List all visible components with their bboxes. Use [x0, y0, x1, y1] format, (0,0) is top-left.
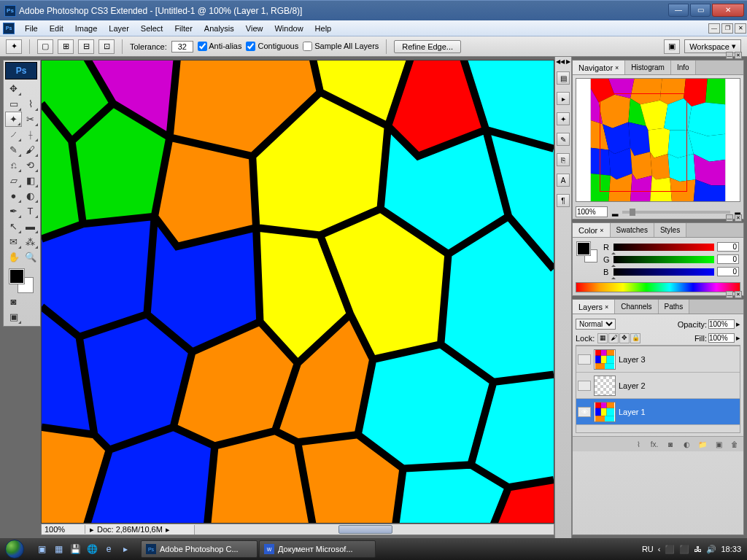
path-tool[interactable]: ↖ — [5, 219, 22, 234]
menu-edit[interactable]: Edit — [44, 22, 69, 35]
ql-icon[interactable]: ▸ — [117, 541, 133, 557]
eyedropper-tool[interactable]: ⁂ — [22, 234, 39, 249]
selection-add-icon[interactable]: ⊞ — [58, 39, 74, 54]
taskbar-app-photoshop[interactable]: PsAdobe Photoshop C... — [141, 540, 258, 558]
selection-subtract-icon[interactable]: ⊟ — [78, 39, 94, 54]
menu-file[interactable]: File — [19, 22, 44, 35]
panel-minimize-icon[interactable]: — — [726, 291, 733, 298]
layer-name[interactable]: Layer 3 — [619, 355, 646, 364]
color-fg-swatch[interactable] — [577, 242, 590, 255]
clock[interactable]: 18:33 — [721, 545, 741, 553]
navigator-zoom-input[interactable] — [576, 206, 608, 217]
g-input[interactable] — [717, 254, 739, 264]
shape-tool[interactable]: ▬ — [22, 219, 39, 234]
tab-info[interactable]: Info — [671, 61, 696, 74]
color-swatch-pair[interactable] — [577, 242, 597, 262]
lock-image-icon[interactable]: 🖌 — [608, 333, 619, 343]
layer-thumbnail[interactable] — [594, 376, 616, 396]
history-brush-tool[interactable]: ⟲ — [22, 158, 39, 173]
magic-wand-preset-icon[interactable]: ✦ — [6, 39, 22, 54]
stamp-tool[interactable]: ⎌ — [5, 158, 22, 173]
fill-arrow-icon[interactable]: ▸ — [736, 333, 740, 343]
layer-style-icon[interactable]: fx. — [649, 439, 660, 449]
panel-close-icon[interactable]: ✕ — [735, 291, 742, 298]
go-to-bridge-icon[interactable]: ▣ — [664, 39, 680, 54]
healing-tool[interactable]: ✎ — [5, 142, 22, 158]
menu-image[interactable]: Image — [69, 22, 104, 35]
layer-row[interactable]: Layer 2 — [576, 373, 740, 399]
lock-all-icon[interactable]: 🔒 — [630, 333, 640, 343]
menu-analysis[interactable]: Analysis — [198, 22, 240, 35]
color-swatches[interactable] — [5, 268, 37, 294]
layer-mask-icon[interactable]: ◙ — [665, 439, 676, 449]
panel-minimize-icon[interactable]: — — [726, 214, 733, 222]
layer-name[interactable]: Layer 2 — [619, 381, 646, 390]
zoom-display[interactable]: 100% — [42, 525, 85, 534]
doc-restore-button[interactable]: ❐ — [721, 23, 733, 34]
menu-window[interactable]: Window — [268, 22, 309, 35]
r-slider[interactable] — [614, 244, 714, 251]
adjustment-layer-icon[interactable]: ◐ — [681, 439, 692, 449]
dock-icon-6[interactable]: A — [557, 174, 570, 187]
menu-select[interactable]: Select — [135, 22, 169, 35]
tray-network-icon[interactable]: 🖧 — [694, 545, 702, 553]
start-button[interactable] — [0, 538, 29, 560]
selection-new-icon[interactable]: ▢ — [37, 39, 53, 54]
tab-color[interactable]: Color× — [573, 223, 611, 237]
magic-wand-tool[interactable]: ✦ — [5, 112, 22, 127]
dock-icon-3[interactable]: ✦ — [557, 112, 570, 125]
doc-minimize-button[interactable]: — — [708, 23, 720, 34]
tray-icon[interactable]: ⬛ — [679, 545, 689, 554]
r-input[interactable] — [717, 242, 739, 252]
navigator-thumbnail[interactable] — [576, 78, 740, 202]
ruler-tool[interactable]: ⟊ — [22, 127, 39, 142]
b-input[interactable] — [717, 267, 739, 276]
panel-close-icon[interactable]: ✕ — [735, 214, 742, 222]
tab-histogram[interactable]: Histogram — [625, 61, 671, 74]
zoom-tool[interactable]: 🔍 — [22, 249, 39, 265]
sample-all-checkbox[interactable]: Sample All Layers — [303, 42, 379, 52]
fill-input[interactable] — [708, 333, 735, 343]
foreground-color-swatch[interactable] — [9, 269, 24, 284]
layer-thumbnail[interactable] — [594, 402, 616, 422]
lasso-tool[interactable]: ⌇ — [22, 96, 39, 112]
close-button[interactable]: ✕ — [712, 4, 744, 17]
layer-name[interactable]: Layer 1 — [619, 408, 646, 416]
panel-minimize-icon[interactable]: — — [726, 52, 733, 59]
color-spectrum[interactable] — [576, 282, 740, 292]
navigator-view-rect[interactable] — [600, 93, 687, 192]
ql-icon[interactable]: ▣ — [34, 541, 50, 557]
tab-channels[interactable]: Channels — [615, 300, 658, 314]
menu-view[interactable]: View — [240, 22, 269, 35]
ql-icon[interactable]: 🌐 — [84, 541, 100, 557]
slice-tool[interactable]: ⟋ — [5, 127, 22, 142]
dock-icon-4[interactable]: ✎ — [557, 133, 570, 146]
type-tool[interactable]: T — [22, 203, 39, 219]
doc-close-button[interactable]: ✕ — [735, 23, 746, 34]
selection-intersect-icon[interactable]: ⊡ — [98, 39, 115, 54]
navigator-zoom-slider[interactable] — [622, 211, 730, 214]
tab-layers[interactable]: Layers× — [573, 300, 615, 314]
ql-icon[interactable]: e — [101, 541, 117, 557]
pen-tool[interactable]: ✒ — [5, 203, 22, 219]
crop-tool[interactable]: ✂ — [22, 112, 39, 127]
tolerance-input[interactable] — [171, 41, 193, 52]
zoom-out-icon[interactable]: ▂ — [612, 207, 618, 217]
blend-mode-select[interactable]: Normal — [576, 319, 616, 330]
layer-row[interactable]: 👁 Layer 1 — [576, 399, 740, 425]
hand-tool[interactable]: ✋ — [5, 249, 22, 265]
dock-icon-7[interactable]: ¶ — [557, 194, 570, 207]
lock-position-icon[interactable]: ✥ — [619, 333, 630, 343]
visibility-toggle[interactable] — [578, 354, 591, 365]
ps-icon[interactable]: Ps — [3, 23, 15, 34]
dock-icon-5[interactable]: ⎘ — [557, 153, 570, 166]
new-layer-icon[interactable]: ▣ — [713, 439, 724, 449]
delete-layer-icon[interactable]: 🗑 — [729, 439, 740, 449]
language-indicator[interactable]: RU — [642, 545, 654, 553]
ql-icon[interactable]: 💾 — [67, 541, 83, 557]
tab-navigator[interactable]: Navigator× — [573, 61, 625, 74]
minimize-button[interactable]: — — [668, 4, 689, 17]
b-slider[interactable] — [614, 268, 714, 276]
maximize-button[interactable]: ▭ — [690, 4, 711, 17]
tab-paths[interactable]: Paths — [659, 300, 690, 314]
